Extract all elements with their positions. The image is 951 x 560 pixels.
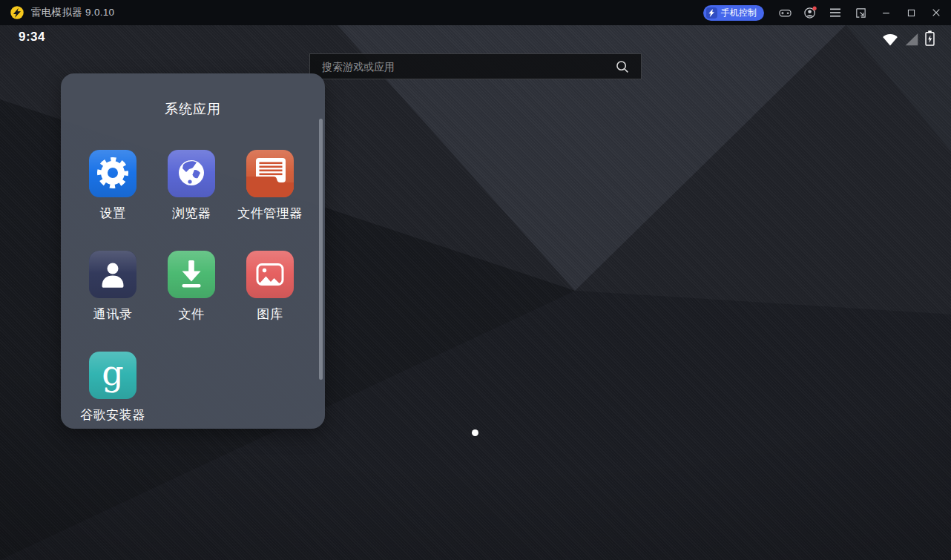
maximize-icon — [906, 7, 917, 19]
search-input[interactable] — [322, 61, 614, 73]
file-manager-icon — [246, 150, 294, 197]
bolt-icon — [706, 7, 717, 19]
app-files[interactable]: 文件 — [152, 251, 231, 323]
status-icons — [882, 30, 935, 46]
app-file-manager[interactable]: 文件管理器 — [231, 150, 309, 222]
page-indicator-dot — [472, 429, 478, 436]
phone-control-button[interactable]: 手机控制 — [703, 5, 764, 21]
window-title: 雷电模拟器 9.0.10 — [31, 6, 114, 19]
folder-title: 系统应用 — [61, 100, 325, 118]
close-icon — [930, 7, 942, 19]
search-bar — [309, 53, 642, 79]
folder-scrollbar[interactable] — [319, 119, 323, 380]
app-label: 谷歌安装器 — [80, 406, 145, 424]
app-gallery[interactable]: 图库 — [231, 251, 309, 323]
titlebar-left: 雷电模拟器 9.0.10 — [0, 5, 703, 20]
files-download-icon — [168, 251, 215, 298]
contacts-person-icon — [89, 251, 136, 298]
magnifier-icon[interactable] — [614, 59, 631, 75]
app-label: 设置 — [100, 205, 126, 222]
status-clock: 9:34 — [19, 30, 45, 45]
user-account-button[interactable] — [800, 1, 820, 24]
titlebar: 雷电模拟器 9.0.10 手机控制 — [0, 0, 951, 25]
emulator-window: 雷电模拟器 9.0.10 手机控制 — [0, 0, 951, 560]
app-label: 通讯录 — [93, 306, 133, 323]
browser-globe-icon — [168, 150, 215, 197]
google-installer-g-icon: g — [89, 352, 136, 399]
minimize-button[interactable] — [875, 1, 896, 24]
app-label: 文件 — [179, 306, 205, 323]
gamepad-button[interactable] — [774, 1, 795, 24]
battery-charging-icon — [925, 30, 935, 46]
settings-gear-icon — [89, 150, 136, 197]
hamburger-menu-icon — [829, 7, 841, 18]
ldplayer-logo-icon — [10, 5, 24, 20]
gamepad-icon — [778, 6, 792, 20]
fullscreen-button[interactable] — [850, 1, 871, 24]
system-apps-folder: 系统应用 设置 — [61, 73, 325, 429]
resize-expand-icon — [855, 7, 867, 19]
app-label: 图库 — [257, 306, 283, 323]
android-screen: 9:34 系统应用 — [0, 25, 951, 560]
app-browser[interactable]: 浏览器 — [152, 150, 231, 222]
notification-dot — [813, 7, 817, 10]
titlebar-controls: 手机控制 — [703, 1, 951, 24]
gallery-image-icon — [246, 251, 294, 298]
wifi-icon — [882, 32, 898, 46]
app-google-installer[interactable]: g 谷歌安装器 — [73, 352, 152, 424]
cell-signal-icon — [904, 32, 919, 46]
maximize-button[interactable] — [901, 1, 921, 24]
user-icon — [803, 5, 817, 20]
close-button[interactable] — [926, 1, 947, 24]
app-contacts[interactable]: 通讯录 — [73, 251, 152, 323]
minimize-icon — [881, 7, 892, 19]
app-label: 文件管理器 — [237, 205, 303, 222]
app-settings[interactable]: 设置 — [73, 150, 152, 222]
menu-button[interactable] — [825, 1, 846, 24]
app-label: 浏览器 — [172, 205, 211, 222]
